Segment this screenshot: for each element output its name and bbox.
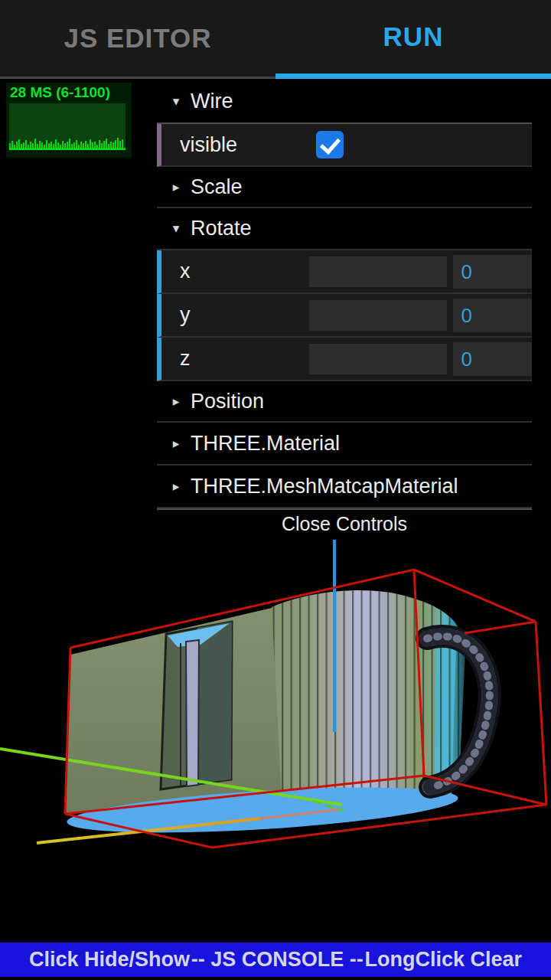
chevron-right-icon: ▸: [166, 479, 186, 495]
rotate-z-slider[interactable]: [309, 344, 447, 374]
folder-label: Scale: [191, 175, 243, 199]
control-rotate-y: y 0: [157, 294, 532, 338]
control-rotate-z: z 0: [157, 338, 532, 381]
chevron-down-icon: ▾: [166, 220, 186, 237]
control-label: x: [180, 260, 309, 283]
folder-rotate[interactable]: ▾ Rotate: [157, 208, 532, 250]
stats-panel[interactable]: 28 MS (6-1100): [6, 83, 132, 158]
chevron-right-icon: ▸: [166, 436, 186, 452]
control-label: visible: [180, 133, 311, 157]
rotate-z-value[interactable]: 0: [453, 342, 532, 376]
chevron-right-icon: ▸: [166, 179, 186, 195]
rotate-x-value[interactable]: 0: [453, 255, 532, 289]
mug-segment-lines: [272, 590, 465, 799]
control-rotate-x: x 0: [157, 250, 532, 294]
folder-three-meshmatcapmaterial[interactable]: ▸ THREE.MeshMatcapMaterial: [157, 466, 532, 508]
console-clear-button[interactable]: LongClick Clear: [364, 948, 522, 972]
mug-opening: [161, 622, 232, 789]
checkmark-icon: [320, 133, 341, 155]
control-label: y: [180, 303, 309, 327]
folder-label: THREE.MeshMatcapMaterial: [191, 475, 458, 498]
app-root: JS EDITOR RUN 28 MS (6-1100) ▾ Wire visi…: [0, 0, 551, 980]
js-console-bar: Click Hide/Show -- JS CONSOLE -- LongCli…: [0, 942, 551, 977]
folder-position[interactable]: ▸ Position: [157, 381, 532, 423]
folder-label: Wire: [191, 90, 233, 113]
rotate-x-slider[interactable]: [309, 256, 447, 287]
control-visible: visible: [157, 124, 532, 167]
folder-three-material[interactable]: ▸ THREE.Material: [157, 423, 532, 466]
folder-wire[interactable]: ▾ Wire: [157, 80, 532, 124]
chevron-right-icon: ▸: [166, 394, 186, 410]
folder-label: Rotate: [191, 217, 252, 240]
console-hide-show-button[interactable]: Click Hide/Show: [29, 948, 190, 972]
tab-run[interactable]: RUN: [276, 0, 551, 79]
chevron-down-icon: ▾: [166, 93, 186, 109]
folder-label: Position: [191, 390, 264, 413]
stats-bars: [9, 132, 126, 148]
rotate-y-value[interactable]: 0: [453, 299, 532, 332]
stats-readout: 28 MS (6-1100): [10, 84, 110, 101]
console-title[interactable]: -- JS CONSOLE --: [191, 948, 364, 972]
close-controls-button[interactable]: Close Controls: [157, 508, 532, 538]
stats-graph: [9, 103, 126, 150]
folder-label: THREE.Material: [191, 432, 340, 456]
stats-baseline: [9, 148, 126, 150]
folder-scale[interactable]: ▸ Scale: [157, 167, 532, 208]
tab-js-editor[interactable]: JS EDITOR: [0, 0, 276, 79]
rotate-y-slider[interactable]: [309, 300, 447, 331]
controls-panel: ▾ Wire visible ▸ Scale ▾ Rotate x 0 y 0: [157, 80, 532, 538]
control-label: z: [180, 347, 309, 371]
tab-bar: JS EDITOR RUN: [0, 0, 551, 79]
visible-checkbox[interactable]: [316, 131, 344, 158]
